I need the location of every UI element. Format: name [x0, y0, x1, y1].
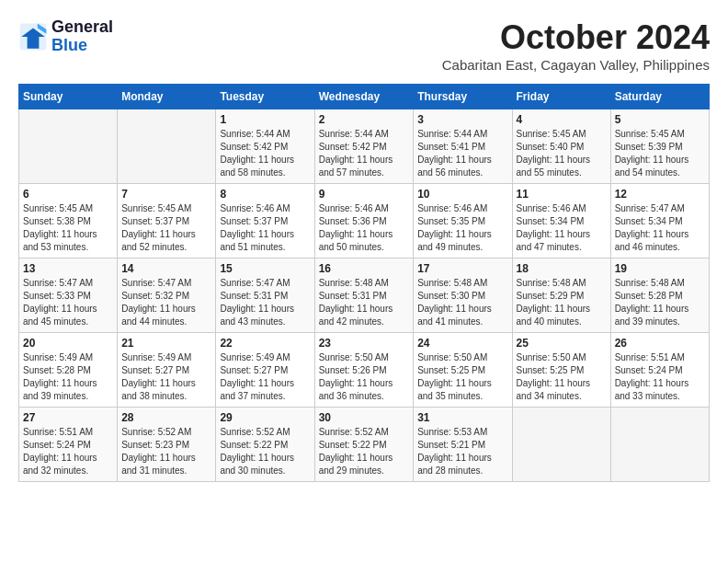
calendar-cell: 27Sunrise: 5:51 AMSunset: 5:24 PMDayligh… — [19, 408, 118, 482]
day-info: Sunrise: 5:50 AMSunset: 5:26 PMDaylight:… — [319, 351, 410, 403]
header-monday: Monday — [118, 85, 216, 109]
header-thursday: Thursday — [414, 85, 512, 109]
day-info: Sunrise: 5:45 AMSunset: 5:38 PMDaylight:… — [23, 202, 113, 254]
week-row-1: 1Sunrise: 5:44 AMSunset: 5:42 PMDaylight… — [19, 109, 710, 184]
month-title: October 2024 — [442, 18, 710, 57]
day-info: Sunrise: 5:52 AMSunset: 5:22 PMDaylight:… — [319, 426, 410, 477]
calendar-cell — [118, 109, 216, 184]
calendar-cell: 3Sunrise: 5:44 AMSunset: 5:41 PMDaylight… — [414, 109, 512, 184]
day-info: Sunrise: 5:44 AMSunset: 5:41 PMDaylight:… — [417, 128, 507, 179]
calendar-cell — [610, 408, 709, 482]
day-number: 16 — [319, 262, 410, 275]
day-number: 17 — [417, 262, 507, 275]
day-number: 23 — [319, 337, 410, 350]
calendar-cell: 16Sunrise: 5:48 AMSunset: 5:31 PMDayligh… — [314, 259, 414, 333]
day-info: Sunrise: 5:47 AMSunset: 5:32 PMDaylight:… — [121, 277, 211, 328]
logo-general: General — [51, 17, 113, 36]
calendar-cell: 15Sunrise: 5:47 AMSunset: 5:31 PMDayligh… — [216, 259, 314, 333]
calendar-cell: 17Sunrise: 5:48 AMSunset: 5:30 PMDayligh… — [414, 259, 512, 333]
day-info: Sunrise: 5:49 AMSunset: 5:28 PMDaylight:… — [23, 351, 113, 403]
day-info: Sunrise: 5:45 AMSunset: 5:39 PMDaylight:… — [615, 128, 705, 179]
day-number: 20 — [23, 337, 113, 350]
day-info: Sunrise: 5:50 AMSunset: 5:25 PMDaylight:… — [517, 351, 607, 403]
day-number: 5 — [615, 113, 705, 126]
title-section: October 2024 Cabaritan East, Cagayan Val… — [442, 18, 710, 73]
week-row-4: 20Sunrise: 5:49 AMSunset: 5:28 PMDayligh… — [19, 333, 710, 408]
day-info: Sunrise: 5:45 AMSunset: 5:40 PMDaylight:… — [517, 128, 607, 179]
header-friday: Friday — [512, 85, 610, 109]
calendar-cell: 20Sunrise: 5:49 AMSunset: 5:28 PMDayligh… — [19, 333, 118, 408]
day-info: Sunrise: 5:52 AMSunset: 5:22 PMDaylight:… — [220, 426, 310, 477]
day-number: 2 — [319, 113, 410, 126]
day-number: 15 — [220, 262, 310, 275]
day-number: 12 — [615, 188, 705, 201]
header-sunday: Sunday — [19, 85, 118, 109]
day-number: 1 — [220, 113, 310, 126]
calendar-cell — [512, 408, 610, 482]
day-number: 11 — [517, 188, 607, 201]
calendar-cell: 14Sunrise: 5:47 AMSunset: 5:32 PMDayligh… — [118, 259, 216, 333]
calendar-cell: 11Sunrise: 5:46 AMSunset: 5:34 PMDayligh… — [512, 184, 610, 259]
calendar-cell: 22Sunrise: 5:49 AMSunset: 5:27 PMDayligh… — [216, 333, 314, 408]
day-info: Sunrise: 5:47 AMSunset: 5:33 PMDaylight:… — [23, 277, 113, 328]
calendar-cell: 6Sunrise: 5:45 AMSunset: 5:38 PMDaylight… — [19, 184, 118, 259]
calendar-cell: 31Sunrise: 5:53 AMSunset: 5:21 PMDayligh… — [414, 408, 512, 482]
week-row-3: 13Sunrise: 5:47 AMSunset: 5:33 PMDayligh… — [19, 259, 710, 333]
logo-icon — [18, 22, 48, 52]
day-info: Sunrise: 5:48 AMSunset: 5:30 PMDaylight:… — [417, 277, 507, 328]
calendar-cell: 4Sunrise: 5:45 AMSunset: 5:40 PMDaylight… — [512, 109, 610, 184]
day-info: Sunrise: 5:51 AMSunset: 5:24 PMDaylight:… — [23, 426, 113, 477]
calendar-cell: 2Sunrise: 5:44 AMSunset: 5:42 PMDaylight… — [314, 109, 414, 184]
day-number: 19 — [615, 262, 705, 275]
calendar-cell: 23Sunrise: 5:50 AMSunset: 5:26 PMDayligh… — [314, 333, 414, 408]
calendar-cell: 21Sunrise: 5:49 AMSunset: 5:27 PMDayligh… — [118, 333, 216, 408]
day-info: Sunrise: 5:46 AMSunset: 5:37 PMDaylight:… — [220, 202, 310, 254]
day-number: 3 — [417, 113, 507, 126]
calendar-cell: 9Sunrise: 5:46 AMSunset: 5:36 PMDaylight… — [314, 184, 414, 259]
day-number: 26 — [615, 337, 705, 350]
calendar-cell: 19Sunrise: 5:48 AMSunset: 5:28 PMDayligh… — [610, 259, 709, 333]
calendar-header-row: SundayMondayTuesdayWednesdayThursdayFrid… — [19, 85, 710, 109]
logo-blue: Blue — [51, 36, 87, 54]
day-info: Sunrise: 5:48 AMSunset: 5:28 PMDaylight:… — [615, 277, 705, 328]
calendar-cell: 26Sunrise: 5:51 AMSunset: 5:24 PMDayligh… — [610, 333, 709, 408]
day-info: Sunrise: 5:53 AMSunset: 5:21 PMDaylight:… — [417, 426, 507, 477]
calendar-cell: 12Sunrise: 5:47 AMSunset: 5:34 PMDayligh… — [610, 184, 709, 259]
calendar-cell: 18Sunrise: 5:48 AMSunset: 5:29 PMDayligh… — [512, 259, 610, 333]
day-number: 7 — [121, 188, 211, 201]
week-row-5: 27Sunrise: 5:51 AMSunset: 5:24 PMDayligh… — [19, 408, 710, 482]
day-number: 10 — [417, 188, 507, 201]
calendar-table: SundayMondayTuesdayWednesdayThursdayFrid… — [18, 84, 710, 482]
day-number: 24 — [417, 337, 507, 350]
day-number: 8 — [220, 188, 310, 201]
day-number: 13 — [23, 262, 113, 275]
day-number: 31 — [417, 411, 507, 424]
calendar-cell: 10Sunrise: 5:46 AMSunset: 5:35 PMDayligh… — [414, 184, 512, 259]
header-saturday: Saturday — [610, 85, 709, 109]
day-number: 28 — [121, 411, 211, 424]
day-info: Sunrise: 5:45 AMSunset: 5:37 PMDaylight:… — [121, 202, 211, 254]
day-number: 22 — [220, 337, 310, 350]
day-info: Sunrise: 5:46 AMSunset: 5:35 PMDaylight:… — [417, 202, 507, 254]
day-info: Sunrise: 5:47 AMSunset: 5:31 PMDaylight:… — [220, 277, 310, 328]
logo-text: General Blue — [51, 18, 113, 55]
calendar-cell: 8Sunrise: 5:46 AMSunset: 5:37 PMDaylight… — [216, 184, 314, 259]
header-wednesday: Wednesday — [314, 85, 414, 109]
calendar-cell: 7Sunrise: 5:45 AMSunset: 5:37 PMDaylight… — [118, 184, 216, 259]
calendar-cell: 13Sunrise: 5:47 AMSunset: 5:33 PMDayligh… — [19, 259, 118, 333]
day-info: Sunrise: 5:52 AMSunset: 5:23 PMDaylight:… — [121, 426, 211, 477]
calendar-cell: 25Sunrise: 5:50 AMSunset: 5:25 PMDayligh… — [512, 333, 610, 408]
week-row-2: 6Sunrise: 5:45 AMSunset: 5:38 PMDaylight… — [19, 184, 710, 259]
day-info: Sunrise: 5:44 AMSunset: 5:42 PMDaylight:… — [220, 128, 310, 179]
calendar-cell: 5Sunrise: 5:45 AMSunset: 5:39 PMDaylight… — [610, 109, 709, 184]
calendar-cell: 29Sunrise: 5:52 AMSunset: 5:22 PMDayligh… — [216, 408, 314, 482]
day-number: 29 — [220, 411, 310, 424]
calendar-cell: 24Sunrise: 5:50 AMSunset: 5:25 PMDayligh… — [414, 333, 512, 408]
day-info: Sunrise: 5:48 AMSunset: 5:31 PMDaylight:… — [319, 277, 410, 328]
day-info: Sunrise: 5:48 AMSunset: 5:29 PMDaylight:… — [517, 277, 607, 328]
day-number: 6 — [23, 188, 113, 201]
day-number: 21 — [121, 337, 211, 350]
day-info: Sunrise: 5:49 AMSunset: 5:27 PMDaylight:… — [220, 351, 310, 403]
day-info: Sunrise: 5:46 AMSunset: 5:34 PMDaylight:… — [517, 202, 607, 254]
day-number: 18 — [517, 262, 607, 275]
